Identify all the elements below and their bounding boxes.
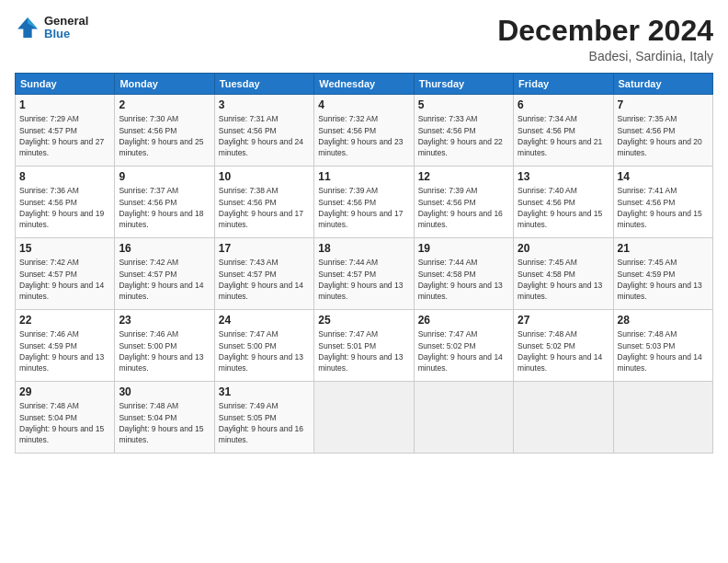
week-row-4: 29Sunrise: 7:48 AMSunset: 5:04 PMDayligh… (16, 382, 713, 454)
day-detail: Sunrise: 7:42 AMSunset: 4:57 PMDaylight:… (19, 257, 110, 302)
month-title: December 2024 (497, 15, 713, 47)
week-row-0: 1Sunrise: 7:29 AMSunset: 4:57 PMDaylight… (16, 95, 713, 167)
calendar-header: SundayMondayTuesdayWednesdayThursdayFrid… (16, 74, 713, 95)
day-number: 17 (219, 242, 310, 255)
calendar-cell: 29Sunrise: 7:48 AMSunset: 5:04 PMDayligh… (16, 382, 115, 454)
day-number: 26 (418, 314, 509, 327)
calendar-cell: 20Sunrise: 7:45 AMSunset: 4:58 PMDayligh… (514, 238, 613, 310)
day-number: 25 (318, 314, 409, 327)
day-detail: Sunrise: 7:45 AMSunset: 4:58 PMDaylight:… (518, 257, 609, 302)
calendar-cell: 2Sunrise: 7:30 AMSunset: 4:56 PMDaylight… (115, 95, 214, 167)
day-number: 18 (318, 242, 409, 255)
header-day-friday: Friday (514, 74, 613, 95)
day-number: 9 (119, 170, 210, 183)
day-detail: Sunrise: 7:42 AMSunset: 4:57 PMDaylight:… (119, 257, 210, 302)
header-day-thursday: Thursday (414, 74, 513, 95)
calendar-cell: 11Sunrise: 7:39 AMSunset: 4:56 PMDayligh… (314, 167, 414, 238)
page-header: General Blue December 2024 Badesi, Sardi… (15, 15, 713, 63)
day-number: 3 (219, 98, 310, 111)
day-detail: Sunrise: 7:31 AMSunset: 4:56 PMDaylight:… (219, 113, 310, 158)
day-number: 10 (219, 170, 310, 183)
calendar-table: SundayMondayTuesdayWednesdayThursdayFrid… (15, 73, 713, 454)
day-detail: Sunrise: 7:48 AMSunset: 5:04 PMDaylight:… (19, 400, 110, 445)
day-detail: Sunrise: 7:40 AMSunset: 4:56 PMDaylight:… (518, 185, 609, 230)
day-detail: Sunrise: 7:46 AMSunset: 5:00 PMDaylight:… (119, 328, 210, 373)
calendar-cell: 26Sunrise: 7:47 AMSunset: 5:02 PMDayligh… (414, 310, 513, 382)
day-number: 19 (418, 242, 509, 255)
day-number: 21 (618, 242, 709, 255)
day-number: 1 (19, 98, 110, 111)
day-number: 29 (19, 385, 110, 398)
location: Badesi, Sardinia, Italy (497, 49, 713, 63)
day-detail: Sunrise: 7:36 AMSunset: 4:56 PMDaylight:… (19, 185, 110, 230)
day-detail: Sunrise: 7:30 AMSunset: 4:56 PMDaylight:… (119, 113, 210, 158)
calendar-body: 1Sunrise: 7:29 AMSunset: 4:57 PMDaylight… (16, 95, 713, 454)
day-detail: Sunrise: 7:33 AMSunset: 4:56 PMDaylight:… (418, 113, 509, 158)
day-detail: Sunrise: 7:39 AMSunset: 4:56 PMDaylight:… (318, 185, 409, 230)
logo-line2: Blue (44, 28, 88, 40)
day-number: 4 (318, 98, 409, 111)
calendar-cell (613, 382, 712, 454)
calendar-cell (514, 382, 613, 454)
week-row-1: 8Sunrise: 7:36 AMSunset: 4:56 PMDaylight… (16, 167, 713, 238)
day-detail: Sunrise: 7:44 AMSunset: 4:58 PMDaylight:… (418, 257, 509, 302)
header-row: SundayMondayTuesdayWednesdayThursdayFrid… (16, 74, 713, 95)
day-detail: Sunrise: 7:37 AMSunset: 4:56 PMDaylight:… (119, 185, 210, 230)
day-number: 8 (19, 170, 110, 183)
calendar-cell: 16Sunrise: 7:42 AMSunset: 4:57 PMDayligh… (115, 238, 214, 310)
day-number: 31 (219, 385, 310, 398)
calendar-cell: 12Sunrise: 7:39 AMSunset: 4:56 PMDayligh… (414, 167, 513, 238)
day-detail: Sunrise: 7:45 AMSunset: 4:59 PMDaylight:… (618, 257, 709, 302)
day-detail: Sunrise: 7:48 AMSunset: 5:02 PMDaylight:… (518, 328, 609, 373)
calendar-cell: 27Sunrise: 7:48 AMSunset: 5:02 PMDayligh… (514, 310, 613, 382)
day-number: 30 (119, 385, 210, 398)
day-number: 15 (19, 242, 110, 255)
day-detail: Sunrise: 7:48 AMSunset: 5:04 PMDaylight:… (119, 400, 210, 445)
day-number: 13 (518, 170, 609, 183)
calendar-cell: 6Sunrise: 7:34 AMSunset: 4:56 PMDaylight… (514, 95, 613, 167)
calendar-cell (414, 382, 513, 454)
calendar-cell: 5Sunrise: 7:33 AMSunset: 4:56 PMDaylight… (414, 95, 513, 167)
day-detail: Sunrise: 7:48 AMSunset: 5:03 PMDaylight:… (618, 328, 709, 373)
header-day-saturday: Saturday (613, 74, 712, 95)
day-detail: Sunrise: 7:35 AMSunset: 4:56 PMDaylight:… (618, 113, 709, 158)
calendar-cell: 13Sunrise: 7:40 AMSunset: 4:56 PMDayligh… (514, 167, 613, 238)
calendar-cell: 9Sunrise: 7:37 AMSunset: 4:56 PMDaylight… (115, 167, 214, 238)
day-number: 28 (618, 314, 709, 327)
calendar-cell: 19Sunrise: 7:44 AMSunset: 4:58 PMDayligh… (414, 238, 513, 310)
day-detail: Sunrise: 7:47 AMSunset: 5:02 PMDaylight:… (418, 328, 509, 373)
calendar-cell: 1Sunrise: 7:29 AMSunset: 4:57 PMDaylight… (16, 95, 115, 167)
calendar-cell (314, 382, 414, 454)
day-number: 16 (119, 242, 210, 255)
calendar-cell: 24Sunrise: 7:47 AMSunset: 5:00 PMDayligh… (214, 310, 313, 382)
calendar-cell: 4Sunrise: 7:32 AMSunset: 4:56 PMDaylight… (314, 95, 414, 167)
day-detail: Sunrise: 7:47 AMSunset: 5:00 PMDaylight:… (219, 328, 310, 373)
logo: General Blue (15, 15, 88, 41)
day-detail: Sunrise: 7:39 AMSunset: 4:56 PMDaylight:… (418, 185, 509, 230)
day-detail: Sunrise: 7:47 AMSunset: 5:01 PMDaylight:… (318, 328, 409, 373)
week-row-3: 22Sunrise: 7:46 AMSunset: 4:59 PMDayligh… (16, 310, 713, 382)
calendar-cell: 14Sunrise: 7:41 AMSunset: 4:56 PMDayligh… (613, 167, 712, 238)
day-detail: Sunrise: 7:32 AMSunset: 4:56 PMDaylight:… (318, 113, 409, 158)
logo-icon (15, 15, 40, 40)
day-number: 7 (618, 98, 709, 111)
calendar-cell: 3Sunrise: 7:31 AMSunset: 4:56 PMDaylight… (214, 95, 313, 167)
calendar-cell: 23Sunrise: 7:46 AMSunset: 5:00 PMDayligh… (115, 310, 214, 382)
day-number: 2 (119, 98, 210, 111)
day-detail: Sunrise: 7:43 AMSunset: 4:57 PMDaylight:… (219, 257, 310, 302)
calendar-cell: 7Sunrise: 7:35 AMSunset: 4:56 PMDaylight… (613, 95, 712, 167)
calendar-cell: 18Sunrise: 7:44 AMSunset: 4:57 PMDayligh… (314, 238, 414, 310)
calendar-cell: 10Sunrise: 7:38 AMSunset: 4:56 PMDayligh… (214, 167, 313, 238)
calendar-cell: 17Sunrise: 7:43 AMSunset: 4:57 PMDayligh… (214, 238, 313, 310)
calendar-cell: 30Sunrise: 7:48 AMSunset: 5:04 PMDayligh… (115, 382, 214, 454)
header-day-tuesday: Tuesday (214, 74, 313, 95)
day-number: 27 (518, 314, 609, 327)
calendar-cell: 28Sunrise: 7:48 AMSunset: 5:03 PMDayligh… (613, 310, 712, 382)
day-detail: Sunrise: 7:38 AMSunset: 4:56 PMDaylight:… (219, 185, 310, 230)
week-row-2: 15Sunrise: 7:42 AMSunset: 4:57 PMDayligh… (16, 238, 713, 310)
calendar-cell: 21Sunrise: 7:45 AMSunset: 4:59 PMDayligh… (613, 238, 712, 310)
day-detail: Sunrise: 7:29 AMSunset: 4:57 PMDaylight:… (19, 113, 110, 158)
day-number: 5 (418, 98, 509, 111)
day-number: 14 (618, 170, 709, 183)
day-detail: Sunrise: 7:34 AMSunset: 4:56 PMDaylight:… (518, 113, 609, 158)
